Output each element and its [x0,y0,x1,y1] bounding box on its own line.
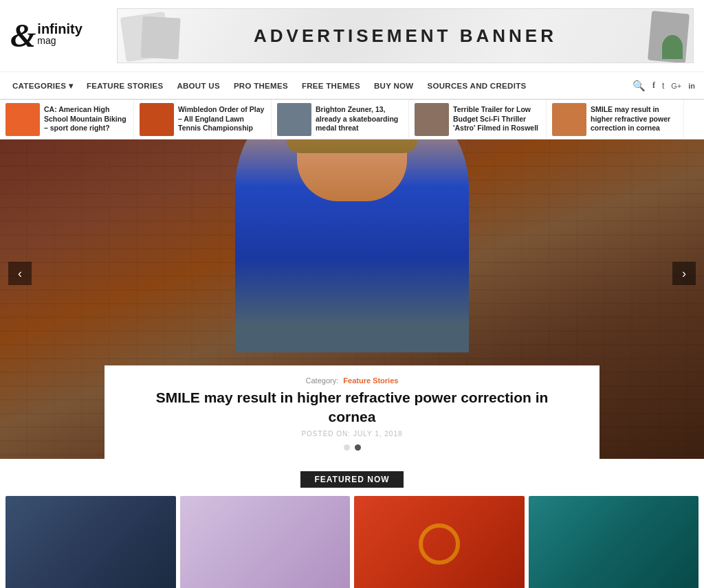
slider-category-label: Category: [306,376,339,385]
slider-prev-button[interactable]: ‹ [8,262,32,285]
slider-dots [139,444,565,451]
logo-ampersand: & [10,19,36,52]
nav-item-buy-now[interactable]: BUY NOW [367,82,420,90]
featured-card-3[interactable] [354,496,525,588]
search-icon[interactable]: 🔍 [632,80,646,92]
ticker-thumb-5 [552,103,586,136]
ticker-item-5[interactable]: SMILE may result in higher refractive po… [547,100,684,139]
nav-item-free-themes[interactable]: FREE THEMES [295,82,367,90]
ticker-item-2[interactable]: Wimbledon Order of Play – All England La… [134,100,272,139]
nav-item-sources-credits[interactable]: SOURCES AND CREDITS [421,82,534,90]
ticker-item-1[interactable]: CA: American High School Mountain Biking… [0,100,134,139]
ad-banner: ADVERTISEMENT BANNER [117,8,694,63]
featured-grid [0,496,704,588]
ticker-title-1: CA: American High School Mountain Biking… [44,105,128,133]
ticker-title-2: Wimbledon Order of Play – All England La… [178,105,265,133]
facebook-icon[interactable]: f [652,80,655,91]
nav-item-pro-themes[interactable]: PRO THEMES [227,82,295,90]
ticker-item-4[interactable]: Terrible Trailer for Low Budget Sci-Fi T… [409,100,547,139]
ticker-bar: CA: American High School Mountain Biking… [0,100,704,139]
slider-dot-2[interactable] [355,444,361,451]
slider-category-link[interactable]: Feature Stories [343,376,398,385]
ticker-thumb-1 [6,103,40,136]
ad-banner-text: ADVERTISEMENT BANNER [254,25,557,47]
slider-next-button[interactable]: › [672,262,696,285]
slider-category-line: Category: Feature Stories [139,376,565,385]
ticker-item-3[interactable]: Brighton Zeuner, 13, already a skateboar… [272,100,409,139]
featured-now-label: Featured Now [0,471,704,488]
logo-sub: mag [37,36,82,45]
ticker-title-5: SMILE may result in higher refractive po… [591,105,678,133]
featured-card-4[interactable] [529,496,699,588]
ticker-thumb-4 [415,103,449,136]
featured-card-2[interactable] [180,496,351,588]
ticker-title-4: Terrible Trailer for Low Budget Sci-Fi T… [453,105,540,133]
linkedin-icon[interactable]: in [688,82,695,90]
header: & infinity mag ADVERTISEMENT BANNER [0,0,704,72]
nav-item-about-us[interactable]: ABOUT US [170,82,226,90]
nav-items: CATEGORIES ▾ FEATURE STORIES ABOUT US PR… [6,81,632,91]
logo-name: infinity [37,22,82,36]
logo-text-block: infinity mag [37,22,82,45]
slider-date: POSTED ON: JULY 1, 2018 [139,430,565,438]
nav-item-feature-stories[interactable]: FEATURE STORIES [80,82,170,90]
featured-now-badge: Featured Now [300,471,403,488]
twitter-icon[interactable]: t [662,81,664,91]
slider-dot-1[interactable] [344,444,350,451]
slider-title[interactable]: SMILE may result in higher refractive po… [139,388,565,426]
nav-item-categories[interactable]: CATEGORIES ▾ [6,81,80,91]
logo[interactable]: & infinity mag [10,19,100,52]
hero-slider: ‹ › Category: Feature Stories SMILE may … [0,139,704,459]
ticker-thumb-2 [140,103,174,136]
ticker-thumb-3 [277,103,311,136]
ticker-title-3: Brighton Zeuner, 13, already a skateboar… [316,105,403,133]
featured-card-1[interactable] [6,496,176,588]
slider-caption: Category: Feature Stories SMILE may resu… [104,365,600,459]
googleplus-icon[interactable]: G+ [671,82,681,90]
main-nav: CATEGORIES ▾ FEATURE STORIES ABOUT US PR… [0,72,704,100]
nav-social-icons: 🔍 f t G+ in [632,80,698,92]
